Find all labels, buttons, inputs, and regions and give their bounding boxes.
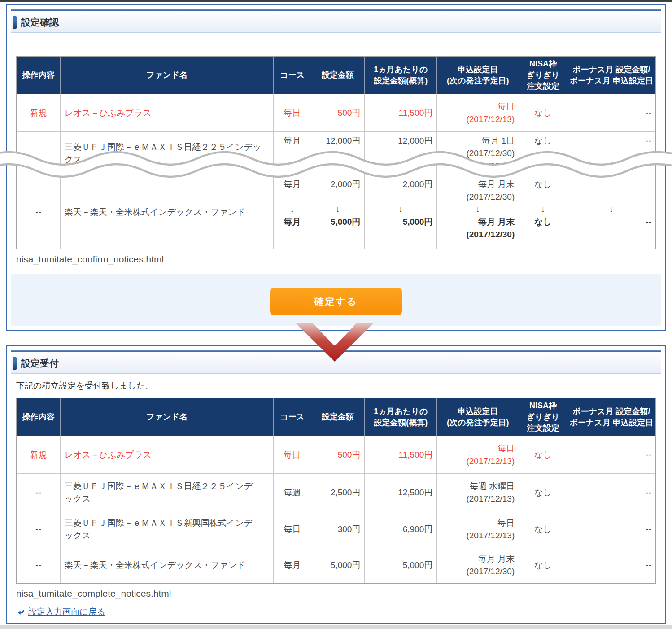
table-cell: 毎日 [273, 511, 310, 547]
table-cell: なし↓なし [519, 175, 567, 249]
table-cell: 楽天－楽天・全米株式インデックス・ファンド [60, 175, 274, 249]
table-cell: 三菱ＵＦＪ国際－ｅＭＡＸＩＳ新興国株式インデ ックス [60, 511, 274, 547]
table-row: 新規レオス－ひふみプラス毎日500円11,500円毎日(2017/12/13)な… [17, 436, 655, 474]
column-header: 設定金額 [311, 398, 365, 436]
table-cell: 毎月 月末(2017/12/30)↓毎月 月末(2017/12/30) [436, 175, 519, 249]
table-row: --三菱ＵＦＪ国際－ｅＭＡＸＩＳ日経２２５インデ ックス毎週2,500円12,5… [17, 474, 655, 511]
table-cell: 毎月 [273, 547, 310, 583]
column-header: ボーナス月 設定金額/ ボーナス月 申込設定日 [567, 57, 655, 94]
accept-message: 下記の積立設定を受付致しました。 [16, 380, 656, 392]
table-cell: -- [17, 474, 60, 511]
column-header: ファンド名 [60, 398, 274, 436]
table-cell: -- [567, 436, 655, 473]
bottom-crop-bar [0, 625, 672, 629]
table-cell: 2,000円↓5,000円 [364, 175, 436, 249]
table-cell: 毎日(2017/12/13) [436, 511, 519, 547]
confirm-filename: nisa_tumitate_confirm_notices.html [16, 254, 656, 265]
column-header: コース [273, 57, 310, 94]
return-arrow-icon [17, 608, 26, 616]
back-link-label: 設定入力画面に戻る [28, 606, 105, 618]
table-cell: 毎日 [273, 94, 310, 131]
column-header: 設定金額 [311, 57, 365, 94]
table-cell: なし [519, 474, 567, 511]
content-omitted-wave [0, 147, 672, 185]
title-bar-icon [13, 16, 17, 29]
table-cell: 500円 [311, 94, 365, 131]
table-cell: 6,900円 [364, 511, 436, 547]
table-cell: -- [17, 511, 60, 547]
table-cell: 5,000円 [364, 547, 436, 583]
table-cell: 300円 [311, 511, 365, 547]
accept-table: 操作内容ファンド名コース設定金額1ヵ月あたりの 設定金額(概算)申込設定日 (次… [16, 398, 656, 584]
table-cell: なし [519, 511, 567, 547]
accept-panel: 設定受付 下記の積立設定を受付致しました。 操作内容ファンド名コース設定金額1ヵ… [6, 345, 666, 624]
table-cell: 新規 [17, 94, 60, 131]
column-header: ファンド名 [60, 57, 274, 94]
table-cell: 毎月↓毎月 [273, 175, 310, 249]
column-header: NISA枠 ぎりぎり 注文設定 [519, 57, 567, 94]
table-cell: 2,500円 [311, 474, 365, 511]
table-cell: -- [567, 474, 655, 511]
table-row: --楽天－楽天・全米株式インデックス・ファンド毎月5,000円5,000円毎月 … [17, 547, 655, 583]
table-cell: ↓-- [567, 175, 655, 249]
table-cell: なし [519, 547, 567, 583]
accept-panel-title: 設定受付 [21, 357, 59, 370]
column-header: 申込設定日 (次の発注予定日) [436, 398, 519, 436]
table-row: 新規レオス－ひふみプラス毎日500円11,500円毎日(2017/12/13)な… [17, 94, 655, 132]
table-row: --楽天－楽天・全米株式インデックス・ファンド毎月↓毎月2,000円↓5,000… [17, 175, 655, 249]
table-cell: 毎週 水曜日(2017/12/13) [436, 474, 519, 511]
table-cell: 毎月 月末(2017/12/30) [436, 547, 519, 583]
accept-filename: nisa_tumitate_complete_notices.html [16, 588, 656, 599]
panel-top-rule [11, 9, 661, 11]
confirm-panel-title: 設定確認 [21, 16, 59, 29]
column-header: 1ヵ月あたりの 設定金額(概算) [364, 398, 436, 436]
back-to-input-link[interactable]: 設定入力画面に戻る [17, 606, 105, 618]
confirm-footer-strip: 確定する [11, 274, 661, 326]
column-header: 操作内容 [17, 398, 60, 436]
table-cell: -- [567, 511, 655, 547]
down-arrow-icon [294, 322, 375, 363]
table-row: --三菱ＵＦＪ国際－ｅＭＡＸＩＳ新興国株式インデ ックス毎日300円6,900円… [17, 511, 655, 547]
table-header-row: 操作内容ファンド名コース設定金額1ヵ月あたりの 設定金額(概算)申込設定日 (次… [17, 57, 655, 94]
column-header: 申込設定日 (次の発注予定日) [436, 57, 519, 94]
column-header: コース [273, 398, 310, 436]
table-cell: 11,500円 [364, 436, 436, 473]
table-cell: 2,000円↓5,000円 [311, 175, 365, 249]
table-cell: 5,000円 [311, 547, 365, 583]
table-cell: -- [567, 547, 655, 583]
column-header: ボーナス月 設定金額/ ボーナス月 申込設定日 [567, 398, 655, 436]
title-bar-icon [13, 357, 17, 370]
top-crop-bar [0, 0, 672, 2]
column-header: NISA枠 ぎりぎり 注文設定 [519, 398, 567, 436]
table-cell: なし [519, 436, 567, 473]
table-cell: 楽天－楽天・全米株式インデックス・ファンド [60, 547, 274, 583]
table-cell: 毎日(2017/12/13) [436, 94, 519, 131]
confirm-button[interactable]: 確定する [270, 288, 402, 315]
table-cell: -- [17, 175, 60, 249]
table-cell: 毎日(2017/12/13) [436, 436, 519, 473]
table-cell: 12,500円 [364, 474, 436, 511]
table-cell: -- [17, 547, 60, 583]
table-cell: 毎週 [273, 474, 310, 511]
table-cell: なし [519, 94, 567, 131]
table-cell: -- [567, 94, 655, 131]
table-header-row: 操作内容ファンド名コース設定金額1ヵ月あたりの 設定金額(概算)申込設定日 (次… [17, 398, 655, 436]
table-cell: 500円 [311, 436, 365, 473]
table-cell: 11,500円 [364, 94, 436, 131]
table-cell: レオス－ひふみプラス [60, 436, 274, 473]
table-cell: 毎日 [273, 436, 310, 473]
column-header: 1ヵ月あたりの 設定金額(概算) [364, 57, 436, 94]
table-cell: 新規 [17, 436, 60, 473]
column-header: 操作内容 [17, 57, 60, 94]
table-cell: レオス－ひふみプラス [60, 94, 274, 131]
table-cell: 三菱ＵＦＪ国際－ｅＭＡＸＩＳ日経２２５インデ ックス [60, 474, 274, 511]
confirm-panel-header: 設定確認 [11, 12, 661, 33]
